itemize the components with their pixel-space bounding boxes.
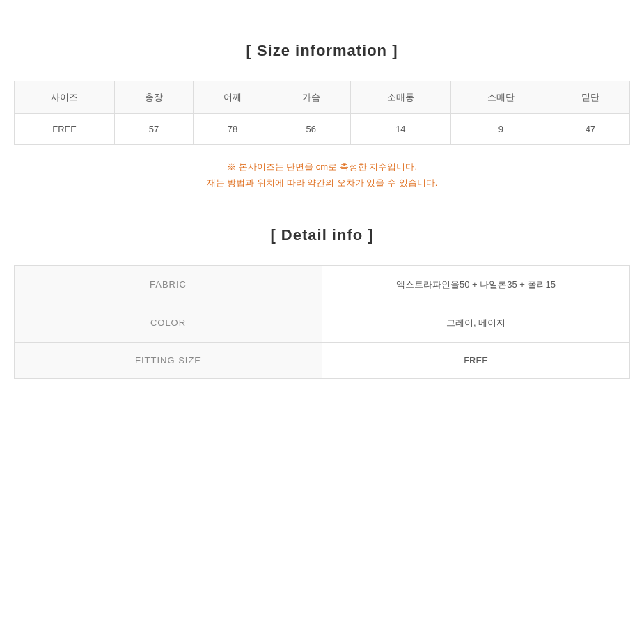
size-note-line2: 재는 방법과 위치에 따라 약간의 오차가 있을 수 있습니다. (14, 175, 630, 191)
size-table-row: FREE57785614947 (15, 114, 630, 145)
detail-section: [ Detail info ] FABRIC엑스트라파인울50 + 나일론35 … (14, 226, 630, 379)
detail-label-cell: FITTING SIZE (15, 342, 322, 378)
detail-label-cell: COLOR (15, 304, 322, 342)
detail-value-cell: 그레이, 베이지 (322, 304, 630, 342)
size-note-line1: ※ 본사이즈는 단면을 cm로 측정한 지수입니다. (14, 159, 630, 175)
detail-label-cell: FABRIC (15, 265, 322, 304)
size-table-wrapper: 사이즈총장어깨가슴소매통소매단밑단 FREE57785614947 (14, 81, 630, 145)
size-table-header-cell: 밑단 (551, 81, 630, 114)
size-table-header-cell: 소매단 (450, 81, 551, 114)
detail-value-cell: FREE (322, 342, 630, 378)
detail-table: FABRIC엑스트라파인울50 + 나일론35 + 폴리15COLOR그레이, … (14, 265, 630, 379)
size-table-cell: 9 (450, 114, 551, 145)
size-table-header-cell: 어깨 (194, 81, 272, 114)
size-table-cell: 57 (115, 114, 194, 145)
size-section-title: [ Size information ] (14, 42, 630, 60)
size-table-cell: 47 (551, 114, 630, 145)
size-table-header-cell: 사이즈 (15, 81, 115, 114)
size-table-cell: 14 (350, 114, 450, 145)
size-note: ※ 본사이즈는 단면을 cm로 측정한 지수입니다. 재는 방법과 위치에 따라… (14, 159, 630, 191)
size-table-header-row: 사이즈총장어깨가슴소매통소매단밑단 (15, 81, 630, 114)
size-table-cell: 78 (194, 114, 272, 145)
size-table-header-cell: 가슴 (272, 81, 350, 114)
detail-section-title: [ Detail info ] (14, 226, 630, 244)
size-table-header-cell: 소매통 (350, 81, 450, 114)
size-table-cell: 56 (272, 114, 350, 145)
detail-table-row: FABRIC엑스트라파인울50 + 나일론35 + 폴리15 (15, 265, 630, 304)
size-section: [ Size information ] 사이즈총장어깨가슴소매통소매단밑단 F… (14, 42, 630, 191)
detail-table-row: FITTING SIZEFREE (15, 342, 630, 378)
size-table-cell: FREE (15, 114, 115, 145)
size-table: 사이즈총장어깨가슴소매통소매단밑단 FREE57785614947 (14, 81, 630, 145)
detail-value-cell: 엑스트라파인울50 + 나일론35 + 폴리15 (322, 265, 630, 304)
page-wrapper: [ Size information ] 사이즈총장어깨가슴소매통소매단밑단 F… (0, 0, 644, 421)
detail-table-row: COLOR그레이, 베이지 (15, 304, 630, 342)
size-table-header-cell: 총장 (115, 81, 194, 114)
